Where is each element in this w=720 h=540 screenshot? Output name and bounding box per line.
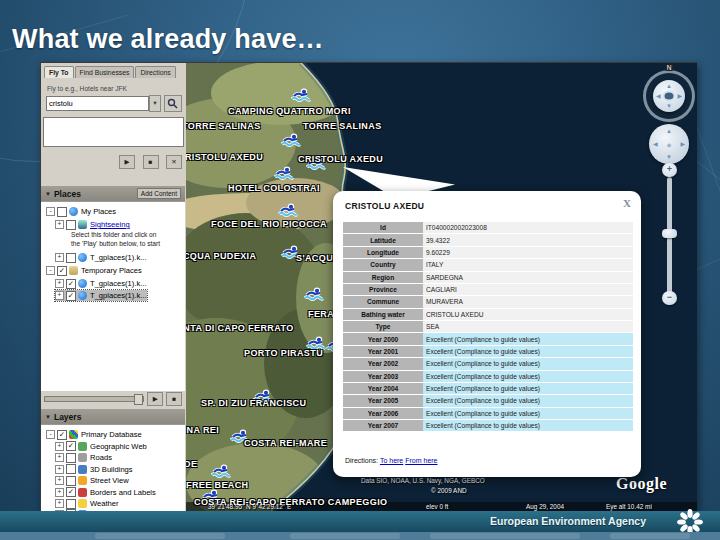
placemark-label[interactable]: FOCE DEL RIO PICOCCA bbox=[211, 219, 327, 229]
table-row: TypeSEA bbox=[343, 321, 633, 332]
placemark-label[interactable]: PUNTA DI CAPO FERRATO bbox=[186, 323, 294, 333]
checkbox[interactable] bbox=[57, 207, 67, 217]
field-value: Excellent (Compliance to guide values) bbox=[423, 383, 633, 394]
look-down-arrow-icon[interactable]: ▼ bbox=[666, 103, 672, 109]
field-label: Bathing water bbox=[343, 309, 423, 320]
places-item-tgplaces-1[interactable]: + T_gplaces(1).k... bbox=[55, 252, 147, 263]
field-label: Type bbox=[343, 321, 423, 332]
placemark-label[interactable]: FREE BEACH bbox=[186, 480, 249, 490]
table-row: RegionSARDEGNA bbox=[343, 272, 633, 283]
table-row: ProvinceCAGLIARI bbox=[343, 284, 633, 295]
checkbox[interactable]: ✓ bbox=[57, 266, 67, 276]
globe-icon bbox=[78, 279, 87, 288]
collapse-triangle-icon[interactable]: ▼ bbox=[45, 414, 51, 420]
table-row: CountryITALY bbox=[343, 259, 633, 270]
directions-from-here-link[interactable]: From here bbox=[405, 457, 437, 464]
collapse-triangle-icon[interactable]: ▼ bbox=[45, 191, 51, 197]
north-indicator[interactable]: N bbox=[665, 64, 674, 71]
placemark-label[interactable]: CAMPING QUATTRO MORI bbox=[228, 106, 351, 116]
placemark-label[interactable]: CRISTOLU AXEDU bbox=[186, 152, 263, 162]
look-left-arrow-icon[interactable]: ◀ bbox=[656, 93, 661, 99]
deco-rect bbox=[610, 533, 690, 539]
expander-icon[interactable]: - bbox=[46, 207, 55, 216]
placemark-label[interactable]: PORTO PIRASTU bbox=[244, 348, 323, 358]
checkbox[interactable] bbox=[66, 220, 76, 230]
status-elevation: elev 0 ft bbox=[426, 503, 448, 510]
places-item-sightseeing[interactable]: + Sightseeing bbox=[55, 219, 130, 230]
places-play-button[interactable]: ▶ bbox=[147, 392, 163, 406]
directions-to-here-link[interactable]: To here bbox=[380, 457, 403, 464]
expander-icon[interactable]: - bbox=[46, 266, 55, 275]
move-joystick[interactable]: ▲ ▼ ◀ ▶ ◆ bbox=[649, 124, 689, 164]
places-stop-button[interactable]: ■ bbox=[166, 392, 182, 406]
tour-stop-button[interactable]: ■ bbox=[143, 155, 159, 169]
bathing-site-icon[interactable] bbox=[274, 166, 294, 180]
layers-tree-bottom: + Global Awareness + ✓ Places of Interes… bbox=[41, 424, 185, 511]
zoom-out-button[interactable]: − bbox=[662, 291, 677, 305]
bathing-site-icon[interactable] bbox=[211, 464, 231, 478]
compass-look-control[interactable]: N ▲ ▼ ◀ ▶ bbox=[643, 70, 695, 122]
search-input[interactable] bbox=[46, 96, 149, 111]
globe-icon bbox=[69, 207, 78, 216]
move-down-arrow-icon[interactable]: ▼ bbox=[666, 154, 672, 160]
table-row: Longitude9.60229 bbox=[343, 247, 633, 258]
table-row: CommuneMURAVERA bbox=[343, 296, 633, 307]
look-right-arrow-icon[interactable]: ▶ bbox=[677, 93, 682, 99]
bathing-site-icon[interactable] bbox=[304, 287, 324, 301]
placemark-label[interactable]: CRISTOLU AXEDU bbox=[298, 154, 383, 164]
magnifier-icon bbox=[167, 98, 178, 109]
places-item-temporary-places[interactable]: - ✓ Temporary Places bbox=[46, 265, 142, 276]
places-item-label[interactable]: Sightseeing bbox=[90, 220, 130, 229]
bathing-site-icon[interactable] bbox=[291, 88, 311, 102]
expander-icon[interactable]: + bbox=[55, 220, 64, 229]
places-item-tgplaces-3-selected[interactable]: + ✓ T_gplaces(1).k... bbox=[55, 290, 147, 301]
bathing-site-icon[interactable] bbox=[281, 133, 301, 147]
close-icon[interactable]: X bbox=[623, 197, 631, 209]
zoom-in-button[interactable]: + bbox=[662, 163, 677, 177]
tab-fly-to[interactable]: Fly To bbox=[44, 66, 74, 78]
look-joystick[interactable]: ▲ ▼ ◀ ▶ bbox=[653, 80, 685, 112]
move-up-arrow-icon[interactable]: ▲ bbox=[666, 128, 672, 134]
field-label: Province bbox=[343, 284, 423, 295]
places-playback-controls: ▶ ■ bbox=[41, 390, 185, 408]
search-button[interactable] bbox=[164, 95, 182, 112]
dropdown-arrow-icon[interactable]: ▼ bbox=[149, 95, 161, 112]
checkbox[interactable] bbox=[66, 253, 76, 263]
tour-play-button[interactable]: ▶ bbox=[119, 155, 135, 169]
slide-bottom-strip bbox=[0, 532, 720, 540]
field-label: Year 2004 bbox=[343, 383, 423, 394]
clear-results-button[interactable]: ✕ bbox=[166, 155, 182, 169]
placemark-label[interactable]: TORRE SALINAS bbox=[303, 121, 382, 131]
placemark-label[interactable]: ACQUA PUDEXIA bbox=[186, 251, 256, 261]
deco-rect bbox=[290, 533, 400, 539]
places-item-my-places[interactable]: - My Places bbox=[46, 206, 116, 217]
zoom-slider-knob[interactable] bbox=[662, 229, 677, 238]
placemark-label[interactable]: MARINA REI bbox=[186, 425, 219, 435]
move-right-arrow-icon[interactable]: ▶ bbox=[680, 141, 685, 147]
checkbox[interactable]: ✓ bbox=[66, 279, 76, 289]
expander-icon[interactable]: + bbox=[55, 253, 64, 262]
placemark-label[interactable]: SP. DI ZIU FRANCISCU bbox=[201, 398, 306, 408]
tab-directions[interactable]: Directions bbox=[135, 66, 175, 78]
places-item-tgplaces-2[interactable]: + ✓ T_gplaces(1).k... bbox=[55, 278, 147, 289]
expander-icon[interactable]: + bbox=[55, 279, 64, 288]
bathing-site-icon[interactable] bbox=[278, 203, 298, 217]
placemark-label[interactable]: COSTA REI-MARE bbox=[244, 438, 327, 448]
tab-find-businesses[interactable]: Find Businesses bbox=[75, 66, 135, 78]
placemark-label[interactable]: HOTEL COLOSTRAI bbox=[228, 183, 320, 193]
search-tabs: Fly To Find Businesses Directions bbox=[41, 63, 186, 78]
checkbox[interactable]: ✓ bbox=[66, 291, 76, 301]
search-results-list[interactable] bbox=[43, 117, 184, 147]
deco-rect bbox=[95, 533, 225, 539]
look-up-arrow-icon[interactable]: ▲ bbox=[666, 83, 672, 89]
move-left-arrow-icon[interactable]: ◀ bbox=[653, 141, 658, 147]
places-panel-header[interactable]: ▼ Places Add Content bbox=[41, 186, 185, 201]
expander-icon[interactable]: + bbox=[55, 291, 64, 300]
placemark-label[interactable]: TORRE SALINAS bbox=[186, 121, 261, 131]
tour-slider-knob[interactable] bbox=[134, 394, 143, 405]
placemark-label[interactable]: DE bbox=[186, 459, 197, 469]
add-content-button[interactable]: Add Content bbox=[137, 188, 181, 199]
field-label: Year 2006 bbox=[343, 408, 423, 419]
layers-panel-header[interactable]: ▼ Layers bbox=[41, 409, 185, 424]
tour-slider[interactable] bbox=[44, 396, 144, 402]
